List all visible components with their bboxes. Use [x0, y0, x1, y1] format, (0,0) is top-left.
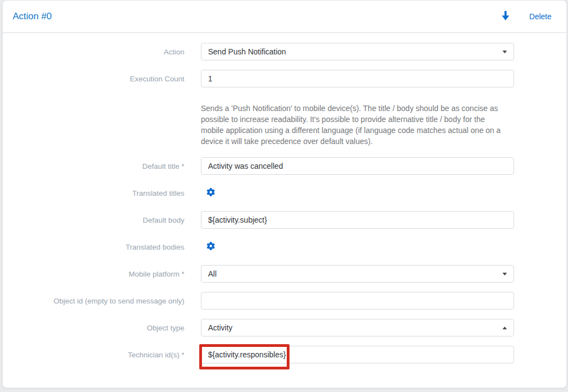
object-type-field: Activity	[201, 319, 514, 336]
action-field: Send Push Notification	[201, 43, 514, 60]
object-type-label: Object type	[3, 324, 201, 332]
arrow-down-icon	[501, 11, 510, 22]
chevron-up-icon	[503, 327, 507, 329]
technician-ids-input[interactable]	[201, 346, 514, 363]
action-description-text: Sends a 'Push Notification' to mobile de…	[201, 103, 506, 147]
execution-count-label: Execution Count	[3, 75, 201, 83]
action-panel: Action #0 Delete Action Send Push Notifi…	[2, 0, 567, 388]
translated-titles-label: Translated titles	[3, 189, 201, 197]
translated-bodies-label: Translated bodies	[3, 243, 201, 251]
object-type-select[interactable]: Activity	[201, 319, 514, 336]
default-body-input[interactable]	[201, 211, 514, 229]
translated-bodies-settings-button[interactable]	[206, 242, 215, 252]
form-row-mobile-platform: Mobile platform * All	[3, 265, 566, 283]
form-row-object-id: Object id (empty to send message only)	[3, 292, 566, 310]
default-body-field	[201, 211, 514, 229]
form-row-execution-count: Execution Count	[3, 70, 566, 87]
translated-titles-field	[201, 188, 514, 198]
form-row-action: Action Send Push Notification	[3, 43, 566, 60]
chevron-down-icon	[503, 51, 507, 53]
mobile-platform-label: Mobile platform *	[3, 270, 201, 278]
object-id-field	[201, 292, 514, 310]
form-row-translated-titles: Translated titles	[3, 184, 566, 202]
form-row-technician-ids: Technician id(s) *	[3, 346, 566, 363]
technician-ids-label: Technician id(s) *	[3, 351, 201, 359]
translated-bodies-field	[201, 242, 514, 252]
default-body-label: Default body	[3, 216, 201, 224]
technician-ids-field	[201, 346, 514, 363]
panel-content: Action Send Push Notification Execution …	[3, 33, 566, 363]
translated-titles-settings-button[interactable]	[206, 188, 215, 198]
default-title-input[interactable]	[201, 157, 514, 175]
delete-action-button[interactable]: Delete	[529, 12, 551, 21]
object-id-label: Object id (empty to send message only)	[3, 297, 201, 305]
execution-count-field	[201, 70, 514, 87]
move-action-down-button[interactable]	[501, 11, 510, 22]
gear-icon	[206, 188, 215, 198]
default-title-label: Default title *	[3, 162, 201, 170]
mobile-platform-select[interactable]: All	[201, 265, 514, 283]
mobile-platform-field: All	[201, 265, 514, 283]
page-background: { "panel": { "title": "Action #0", "tool…	[0, 0, 568, 392]
panel-header: Action #0 Delete	[3, 1, 566, 33]
gear-icon	[206, 242, 215, 252]
panel-title: Action #0	[13, 11, 52, 22]
action-select[interactable]: Send Push Notification	[201, 43, 514, 60]
chevron-down-icon	[503, 273, 507, 275]
action-label: Action	[3, 48, 201, 56]
object-type-select-value: Activity	[208, 323, 232, 332]
form-row-default-title: Default title *	[3, 157, 566, 175]
default-title-field	[201, 157, 514, 175]
form-row-object-type: Object type Activity	[3, 319, 566, 336]
mobile-platform-select-value: All	[208, 269, 217, 278]
object-id-input[interactable]	[201, 292, 514, 310]
execution-count-input[interactable]	[201, 70, 514, 87]
form-row-translated-bodies: Translated bodies	[3, 238, 566, 256]
action-select-value: Send Push Notification	[208, 47, 286, 56]
form-row-default-body: Default body	[3, 211, 566, 229]
